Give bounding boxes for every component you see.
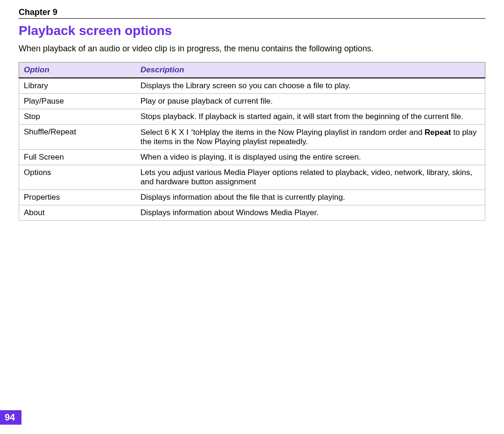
options-table: Option Description Library Displays the … bbox=[19, 62, 485, 221]
option-cell: Full Screen bbox=[19, 150, 136, 165]
intro-paragraph: When playback of an audio or video clip … bbox=[19, 44, 485, 54]
section-title: Playback screen options bbox=[19, 23, 485, 38]
description-cell: Stops playback. If playback is started a… bbox=[136, 109, 485, 125]
table-row: Full Screen When a video is playing, it … bbox=[19, 150, 485, 165]
table-row: Stop Stops playback. If playback is star… bbox=[19, 109, 485, 125]
col-header-option: Option bbox=[19, 63, 136, 78]
page-content: Chapter 9 Playback screen options When p… bbox=[0, 0, 504, 221]
option-cell: Properties bbox=[19, 190, 136, 205]
description-cell: Select 6 K X I ʻtoHplay the items in the… bbox=[136, 125, 485, 150]
option-cell: Options bbox=[19, 165, 136, 190]
description-cell: Play or pause playback of current file. bbox=[136, 94, 485, 109]
table-row: Properties Displays information about th… bbox=[19, 190, 485, 205]
page-number-badge: 94 bbox=[0, 410, 21, 425]
description-cell: Lets you adjust various Media Player opt… bbox=[136, 165, 485, 190]
option-cell: Stop bbox=[19, 109, 136, 125]
option-cell: Shuffle/Repeat bbox=[19, 125, 136, 150]
table-row: Library Displays the Library screen so y… bbox=[19, 78, 485, 94]
chapter-heading: Chapter 9 bbox=[19, 7, 485, 19]
option-cell: About bbox=[19, 205, 136, 221]
col-header-description: Description bbox=[136, 63, 485, 78]
table-row: Options Lets you adjust various Media Pl… bbox=[19, 165, 485, 190]
description-cell: Displays information about Windows Media… bbox=[136, 205, 485, 221]
table-row: Play/Pause Play or pause playback of cur… bbox=[19, 94, 485, 109]
description-cell: When a video is playing, it is displayed… bbox=[136, 150, 485, 165]
table-row: Shuffle/Repeat Select 6 K X I ʻtoHplay t… bbox=[19, 125, 485, 150]
option-cell: Library bbox=[19, 78, 136, 94]
option-cell: Play/Pause bbox=[19, 94, 136, 109]
description-cell: Displays the Library screen so you can c… bbox=[136, 78, 485, 94]
table-row: About Displays information about Windows… bbox=[19, 205, 485, 221]
description-cell: Displays information about the file that… bbox=[136, 190, 485, 205]
